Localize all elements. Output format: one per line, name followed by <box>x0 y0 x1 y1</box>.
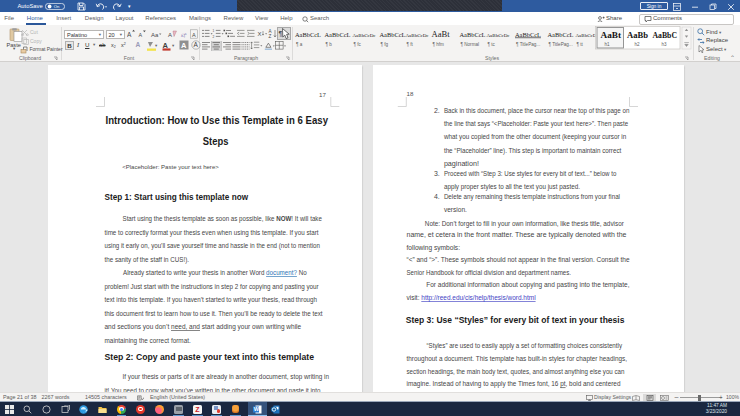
svg-text:AaBt: AaBt <box>432 29 451 39</box>
svg-text:Step 3: Use “Styles” for every: Step 3: Use “Styles” for every bit of te… <box>406 314 625 325</box>
svg-text:3.: 3. <box>434 170 440 177</box>
svg-text:name, et cetera in the front m: name, et cetera in the front matter. The… <box>407 231 627 239</box>
svg-text:On: On <box>53 4 59 9</box>
svg-text:AaBbCcL: AaBbCcL <box>515 31 541 38</box>
svg-text:W: W <box>254 406 260 412</box>
svg-text:h1: h1 <box>604 42 610 47</box>
svg-text:h2: h2 <box>634 42 640 47</box>
svg-text:AaBbCcL: AaBbCcL <box>295 31 321 38</box>
svg-text:Step 1: Start using this templ: Step 1: Start using this template now <box>105 191 249 202</box>
svg-text:Note: Don’t forget to fill in: Note: Don’t forget to fill in your own i… <box>425 219 625 227</box>
svg-text:<Placeholder: Paste your text: <Placeholder: Paste your text here> <box>122 163 219 170</box>
svg-text:visit: http://reed.edu/cis/hel: visit: http://reed.edu/cis/help/thesis/w… <box>407 294 537 302</box>
svg-text:Start using the thesis templat: Start using the thesis template as soon … <box>123 215 323 223</box>
svg-text:“<” and “>”. These symbols sh: “<” and “>”. These symbols should not ap… <box>407 256 630 264</box>
svg-text:¶ Normal: ¶ Normal <box>461 42 480 47</box>
svg-text:AaBt: AaBt <box>601 30 622 40</box>
svg-text:h3: h3 <box>661 42 667 47</box>
svg-text:using it early on, you’ll save: using it early on, you’ll save yourself … <box>105 242 321 250</box>
svg-text:imagine. Instead of having to: imagine. Instead of having to apply the … <box>407 380 621 388</box>
svg-text:the “Placeholder” line). This: the “Placeholder” line). This step is im… <box>444 146 622 154</box>
svg-text:¶ tt: ¶ tt <box>577 42 584 47</box>
svg-text:¶ fc: ¶ fc <box>354 42 362 47</box>
svg-text:the sanity of the staff in CUS: the sanity of the staff in CUS!). <box>105 255 190 263</box>
svg-text:AaBbCcL: AaBbCcL <box>460 31 486 38</box>
svg-text:¶ a: ¶ a <box>296 42 303 47</box>
svg-text:problem! Just start with the: problem! Just start with the instruction… <box>105 282 320 290</box>
svg-text:section headings, the main bod: section headings, the main body text, qu… <box>407 367 625 375</box>
svg-text:throughout a document. This t: throughout a document. This template has… <box>407 355 628 363</box>
svg-text:Proceed with “Step 3: Use styl: Proceed with “Step 3: Use styles for eve… <box>444 170 617 178</box>
svg-text:the line that says “<Placehold: the line that says “<Placeholder: Paste … <box>444 119 628 127</box>
svg-text:Senior Handbook for official d: Senior Handbook for official division an… <box>407 268 572 276</box>
svg-text:text into this template. If y: text into this template. If you haven’t … <box>105 296 318 304</box>
svg-text:AaBbCcL: AaBbCcL <box>380 31 406 38</box>
svg-text:what you copied from the other: what you copied from the other document … <box>443 133 627 141</box>
svg-text:AaBbCcDc: AaBbCcDc <box>406 33 430 38</box>
svg-text:2.: 2. <box>434 106 440 113</box>
svg-text:AaBbCcDc: AaBbCcDc <box>353 33 377 38</box>
svg-text:17: 17 <box>319 90 326 97</box>
svg-text:¶ fg: ¶ fg <box>381 42 389 47</box>
svg-text:Step 2: Copy and paste your te: Step 2: Copy and paste your text into th… <box>105 351 315 362</box>
svg-text:AaBbCcDc: AaBbCcDc <box>487 33 511 38</box>
svg-text:and sections you don’t need, a: and sections you don’t need, and start a… <box>105 323 302 331</box>
svg-text:If your thesis or parts of it: If your thesis or parts of it are alread… <box>123 373 330 381</box>
svg-text:¶ ft: ¶ ft <box>407 42 414 47</box>
svg-text:4.: 4. <box>434 192 440 199</box>
svg-text:¶ hfm: ¶ hfm <box>433 42 445 47</box>
svg-text:this document first to learn h: this document first to learn how to use … <box>105 309 323 317</box>
svg-text:AaBbCcL: AaBbCcL <box>325 31 351 38</box>
svg-text:pagination!: pagination! <box>444 160 479 168</box>
svg-text:apply proper styles to all the: apply proper styles to all the text you … <box>444 182 580 190</box>
svg-text:AaBbCcL: AaBbCcL <box>548 31 574 38</box>
svg-text:AaBbC: AaBbC <box>653 30 678 40</box>
svg-text:Already started to write your: Already started to write your thesis in … <box>123 269 307 277</box>
svg-text:¶ TitlePag...: ¶ TitlePag... <box>516 42 540 47</box>
svg-text:“Styles” are used to easily ap: “Styles” are used to easily apply a set … <box>427 342 623 350</box>
svg-text:time to correctly format your: time to correctly format your thesis eve… <box>105 228 319 236</box>
svg-text:Back in this document, place t: Back in this document, place the cursor … <box>444 106 630 114</box>
svg-text:¶ TitlePag...: ¶ TitlePag... <box>549 42 573 47</box>
svg-text:¶ tc: ¶ tc <box>488 42 496 47</box>
svg-text:Delete any remaining thesis te: Delete any remaining thesis template ins… <box>444 192 621 200</box>
svg-text:maintaining the correct format: maintaining the correct format. <box>105 336 191 344</box>
svg-text:Steps: Steps <box>203 135 229 147</box>
svg-text:version.: version. <box>444 206 467 213</box>
svg-text:following symbols:: following symbols: <box>407 243 461 251</box>
svg-text:¶ b: ¶ b <box>326 42 333 47</box>
svg-text:18: 18 <box>407 90 414 97</box>
svg-text:AaBb: AaBb <box>627 30 648 40</box>
svg-text:For additional information abo: For additional information about copying… <box>426 281 629 289</box>
svg-text:Introduction: How to Use this: Introduction: How to Use this Template i… <box>106 114 329 126</box>
